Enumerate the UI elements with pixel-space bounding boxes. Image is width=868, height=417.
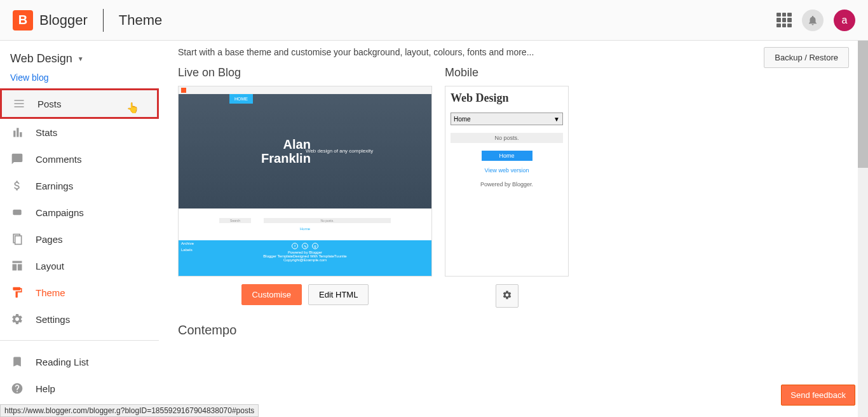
- mobile-preview-title: Mobile: [445, 66, 569, 79]
- social-icons: f✎g: [181, 243, 429, 249]
- hero-name-2: Franklin: [261, 151, 311, 165]
- sidebar-item-pages[interactable]: Pages: [0, 226, 159, 252]
- svg-rect-0: [13, 210, 21, 215]
- preview-hero: HOME Alan Franklin Web design of any com…: [179, 94, 431, 208]
- sidebar-item-earnings[interactable]: Earnings: [0, 172, 159, 199]
- sidebar-item-reading-list[interactable]: Reading List: [0, 348, 159, 375]
- mobile-powered-by: Powered by Blogger.: [451, 181, 563, 188]
- settings-icon: [10, 312, 24, 326]
- sidebar-item-posts[interactable]: Posts 👆: [0, 88, 159, 119]
- intro-text: Start with a base theme and customise yo…: [178, 47, 849, 57]
- no-posts: No posts.: [264, 218, 391, 223]
- notifications-icon[interactable]: [802, 10, 824, 31]
- sidebar-item-layout[interactable]: Layout: [0, 252, 159, 279]
- mobile-no-posts: No posts.: [451, 133, 563, 143]
- nav-label: Settings: [36, 314, 70, 325]
- view-web-link: View web version: [451, 167, 563, 174]
- sidebar-item-comments[interactable]: Comments: [0, 146, 159, 172]
- logo-area[interactable]: B Blogger: [13, 10, 88, 31]
- nav-label: Stats: [36, 127, 57, 138]
- avatar[interactable]: a: [834, 10, 855, 31]
- home-badge: HOME: [229, 94, 253, 104]
- main-content: Backup / Restore Start with a base theme…: [159, 41, 868, 417]
- mobile-blog-title: Web Design: [451, 92, 563, 105]
- nav-label: Theme: [36, 287, 65, 298]
- separator: [103, 9, 104, 32]
- campaigns-icon: [10, 205, 24, 219]
- comments-icon: [10, 152, 24, 166]
- mobile-nav-select: Home▼: [451, 113, 563, 125]
- sidebar-item-settings[interactable]: Settings: [0, 306, 159, 332]
- blogger-logo-icon: B: [13, 10, 33, 31]
- nav-label: Pages: [36, 234, 63, 245]
- blog-selector[interactable]: Web Design ▼: [0, 48, 159, 69]
- section-contempo: Contempo: [178, 323, 849, 338]
- nav-label: Earnings: [36, 181, 73, 191]
- nav-label: Reading List: [36, 357, 88, 367]
- hero-subtitle: Web design of any complexity: [306, 148, 373, 154]
- sidebar-item-theme[interactable]: Theme: [0, 279, 159, 306]
- cursor-icon: 👆: [126, 102, 139, 114]
- sidebar: Web Design ▼ View blog Posts 👆 Stats Com…: [0, 41, 159, 417]
- sidebar-item-stats[interactable]: Stats: [0, 119, 159, 146]
- preview-topbar: [179, 86, 431, 94]
- nav-label: Posts: [37, 99, 62, 109]
- search-box: Search: [219, 218, 251, 223]
- home-link: Home: [300, 227, 310, 231]
- caret-down-icon: ▼: [78, 55, 84, 62]
- blog-name: Web Design: [10, 52, 72, 65]
- posts-icon: [12, 97, 26, 111]
- divider: [0, 340, 159, 341]
- preview-footer: Archive Labels f✎g Powered by Blogger Bl…: [179, 240, 431, 276]
- send-feedback-button[interactable]: Send feedback: [781, 385, 855, 406]
- nav-label: Campaigns: [36, 207, 84, 218]
- preview-mid: Search No posts. Home: [179, 208, 431, 240]
- nav-label: Comments: [36, 154, 82, 165]
- sidebar-item-campaigns[interactable]: Campaigns: [0, 199, 159, 226]
- logo-text: Blogger: [39, 12, 88, 29]
- scrollbar[interactable]: [858, 41, 868, 417]
- header: B Blogger Theme a: [0, 0, 868, 41]
- page-title: Theme: [119, 12, 162, 29]
- desktop-preview[interactable]: HOME Alan Franklin Web design of any com…: [178, 86, 432, 277]
- live-preview-title: Live on Blog: [178, 66, 432, 79]
- nav-label: Help: [36, 383, 55, 394]
- gear-icon: [502, 290, 512, 300]
- sidebar-item-help[interactable]: Help: [0, 375, 159, 402]
- svg-rect-2: [15, 236, 22, 244]
- theme-icon: [10, 285, 24, 299]
- status-bar-url: https://www.blogger.com/blogger.g?blogID…: [0, 404, 259, 417]
- help-icon: [10, 381, 24, 395]
- mobile-preview[interactable]: Web Design Home▼ No posts. Home View web…: [445, 86, 569, 277]
- customise-button[interactable]: Customise: [241, 284, 302, 305]
- copyright: Copyright@Example.com: [181, 258, 429, 262]
- stats-icon: [10, 125, 24, 139]
- view-blog-link[interactable]: View blog: [10, 72, 48, 83]
- mobile-settings-button[interactable]: [496, 284, 519, 308]
- apps-icon[interactable]: [776, 13, 792, 28]
- backup-restore-button[interactable]: Backup / Restore: [764, 47, 849, 68]
- bookmark-icon: [10, 355, 24, 369]
- mobile-home-button: Home: [482, 151, 532, 161]
- pages-icon: [10, 232, 24, 246]
- edit-html-button[interactable]: Edit HTML: [308, 284, 369, 305]
- layout-icon: [10, 259, 24, 273]
- earnings-icon: [10, 179, 24, 193]
- nav-label: Layout: [36, 261, 64, 271]
